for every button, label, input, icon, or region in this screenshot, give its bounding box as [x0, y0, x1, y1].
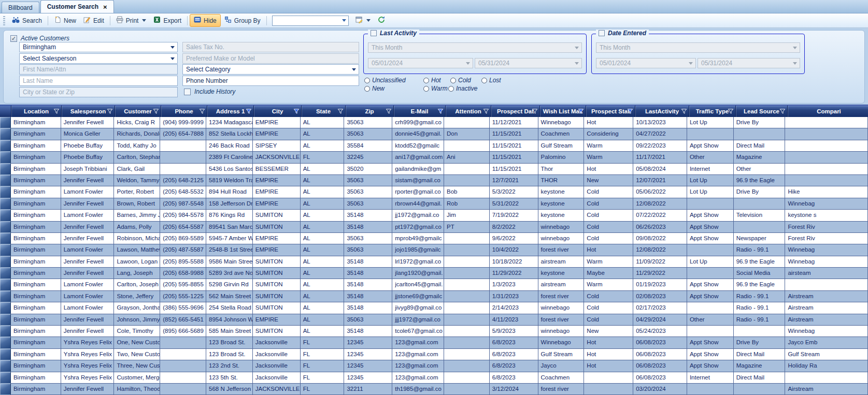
cell-salesperson[interactable]: Joseph Tribbiani [61, 164, 115, 175]
cell-zip[interactable]: 12345 [344, 337, 392, 348]
cell-city[interactable]: SUMITON [253, 302, 301, 314]
cell-traffic-type[interactable]: Lot Up [687, 117, 734, 128]
category-dropdown[interactable]: Select Category [182, 64, 359, 75]
cell-attention[interactable] [444, 349, 490, 360]
cell-wish-list-mak[interactable]: forest river [538, 384, 585, 395]
cell-compari[interactable]: Airstream [785, 291, 868, 302]
last-activity-checkbox[interactable] [371, 30, 377, 36]
cell-city[interactable]: BESSEMER [253, 164, 301, 175]
cell-customer[interactable]: Hamilton, Theodo [114, 384, 160, 395]
column-header-address-1[interactable]: Address 1 [207, 106, 254, 117]
cell-city[interactable]: SUMITON [253, 256, 301, 268]
cell-zip[interactable]: 35148 [344, 326, 392, 337]
cell-state[interactable]: FL [301, 372, 345, 384]
cell-phone[interactable]: (205) 555-1225 [160, 291, 206, 302]
cell-lastactivity[interactable]: 02/08/2023 [633, 291, 687, 302]
cell-salesperson[interactable]: Phoebe Buffay [61, 152, 115, 163]
date-entered-to-date[interactable]: 05/31/2024 [698, 58, 800, 68]
cell-state[interactable]: FL [301, 360, 345, 372]
cell-location[interactable]: Birmingham [11, 210, 61, 221]
cell-wish-list-mak[interactable]: keystone [538, 186, 585, 198]
cell-zip[interactable]: 12345 [344, 372, 392, 384]
cell-compari[interactable] [785, 117, 868, 128]
cell-address-1[interactable]: 894 Hull Road [206, 186, 253, 198]
column-header-e-mail[interactable]: E-Mail [394, 106, 446, 117]
cell-lastactivity[interactable]: 05/08/2024 [633, 164, 687, 175]
filter-icon[interactable] [728, 108, 734, 114]
cell-customer[interactable]: Cole, Timothy [114, 326, 160, 337]
cell-lastactivity[interactable]: 11/29/2022 [633, 268, 687, 279]
table-row[interactable]: BirminghamLamont FowlerCarlton, Joseph(2… [0, 279, 868, 290]
cell-e-mail[interactable]: jojo1985@gmailc [392, 244, 444, 256]
cell-phone[interactable] [160, 372, 206, 384]
cell-city[interactable]: SUMITON [253, 268, 301, 279]
cell-prospect-dat[interactable]: 8/2/2022 [490, 222, 538, 233]
dropdown-arrow-icon[interactable] [170, 46, 175, 49]
cell-traffic-type[interactable]: Other [687, 314, 734, 326]
cell-customer[interactable]: Richards, Donald [114, 128, 160, 140]
column-header-attention[interactable]: Attention [446, 106, 491, 117]
cell-city[interactable]: EMPIRE [253, 233, 301, 244]
table-row[interactable]: BirminghamLamont FowlerBarnes, Jimmy Joh… [0, 210, 868, 221]
cell-attention[interactable] [444, 372, 490, 384]
column-header-salesperson[interactable]: Salesperson [62, 106, 115, 117]
cell-attention[interactable]: Bob [444, 186, 490, 198]
cell-location[interactable]: Birmingham [11, 186, 61, 198]
cell-salesperson[interactable]: Yshra Reyes Felix [61, 349, 115, 360]
cell-address-1[interactable]: 876 Kings Rd [206, 210, 253, 221]
cell-compari[interactable] [785, 140, 868, 152]
cell-zip[interactable]: 35148 [344, 256, 392, 268]
cell-prospect-stat[interactable]: Warm [584, 279, 633, 290]
cell-compari[interactable]: Hike [785, 186, 868, 198]
cell-attention[interactable] [444, 164, 490, 175]
cell-traffic-type[interactable] [687, 302, 734, 314]
cell-phone[interactable]: (205) 654-7888 [160, 128, 206, 140]
cell-compari[interactable] [785, 279, 868, 290]
row-selector[interactable] [0, 302, 11, 314]
cell-location[interactable]: Birmingham [11, 256, 61, 268]
cell-prospect-stat[interactable]: Hot [584, 337, 633, 348]
cell-state[interactable]: FL [301, 384, 345, 395]
row-selector[interactable] [0, 140, 11, 152]
row-selector[interactable] [0, 186, 11, 198]
cell-prospect-dat[interactable]: 6/8/2023 [490, 372, 538, 384]
filter-icon[interactable] [199, 108, 205, 114]
cell-lastactivity[interactable]: 04/27/2022 [633, 128, 687, 140]
cell-wish-list-mak[interactable]: winnebago [538, 233, 585, 244]
table-row[interactable]: BirminghamJennifer FewellHamilton, Theod… [0, 384, 868, 395]
cell-city[interactable]: SUMITON [253, 279, 301, 290]
cell-prospect-stat[interactable]: Cold [584, 314, 633, 326]
cell-zip[interactable]: 35148 [344, 279, 392, 290]
cell-lastactivity[interactable]: 03/20/2024 [633, 384, 687, 395]
cell-state[interactable]: AL [301, 279, 345, 290]
cell-salesperson[interactable]: Lamont Fowler [61, 186, 115, 198]
cell-prospect-stat[interactable]: Maybe [584, 268, 633, 279]
cell-city[interactable]: Jacksonville [253, 360, 301, 372]
cell-lastactivity[interactable]: 06/08/2023 [633, 372, 687, 384]
cell-lead-source[interactable]: Direct Mail [734, 372, 786, 384]
row-selector[interactable] [0, 291, 11, 302]
cell-zip[interactable]: 35063 [344, 244, 392, 256]
cell-address-1[interactable]: 123 5th St. [206, 372, 253, 384]
cell-lastactivity[interactable]: 06/08/2023 [633, 349, 687, 360]
cell-compari[interactable]: Holiday Ra [785, 360, 868, 372]
cell-e-mail[interactable]: jjstone69@gmailc [392, 291, 444, 302]
cell-salesperson[interactable]: Lamont Fowler [61, 279, 115, 290]
cell-location[interactable]: Birmingham [11, 152, 61, 163]
cell-location[interactable]: Birmingham [11, 337, 61, 348]
cell-state[interactable]: AL [301, 164, 345, 175]
quick-filter-combobox[interactable] [272, 16, 349, 26]
cell-attention[interactable] [444, 302, 490, 314]
filter-icon-active[interactable] [293, 108, 300, 114]
cell-customer[interactable]: Brown, Robert [114, 198, 160, 210]
column-header-phone[interactable]: Phone [161, 106, 207, 117]
cell-traffic-type[interactable]: Appt Show [687, 140, 734, 152]
row-selector[interactable] [0, 175, 11, 186]
cell-salesperson[interactable]: Jennifer Fewell [61, 314, 115, 326]
cell-attention[interactable] [444, 384, 490, 395]
cell-prospect-dat[interactable]: 11/12/2021 [490, 117, 538, 128]
table-row[interactable]: BirminghamJennifer FewellLang, Joseph(20… [0, 268, 868, 279]
cell-location[interactable]: Birmingham [11, 326, 61, 337]
cell-e-mail[interactable]: 123@gmail.com [392, 372, 444, 384]
cell-phone[interactable]: (904) 999-9999 [160, 117, 206, 128]
